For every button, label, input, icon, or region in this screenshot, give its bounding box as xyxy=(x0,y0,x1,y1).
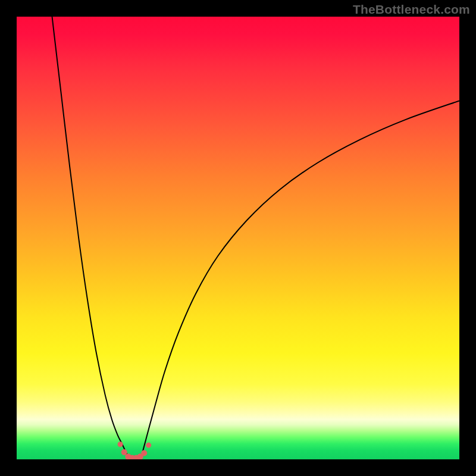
marker-dot xyxy=(118,441,123,447)
marker-dot xyxy=(146,443,151,448)
outer-frame: TheBottleneck.com xyxy=(0,0,476,476)
plot-area xyxy=(17,17,459,459)
right-curve xyxy=(140,101,459,459)
watermark-text: TheBottleneck.com xyxy=(353,2,470,17)
marker-dot xyxy=(141,450,147,456)
chart-svg xyxy=(17,17,459,459)
left-curve xyxy=(52,17,130,459)
marker-group xyxy=(118,441,152,459)
